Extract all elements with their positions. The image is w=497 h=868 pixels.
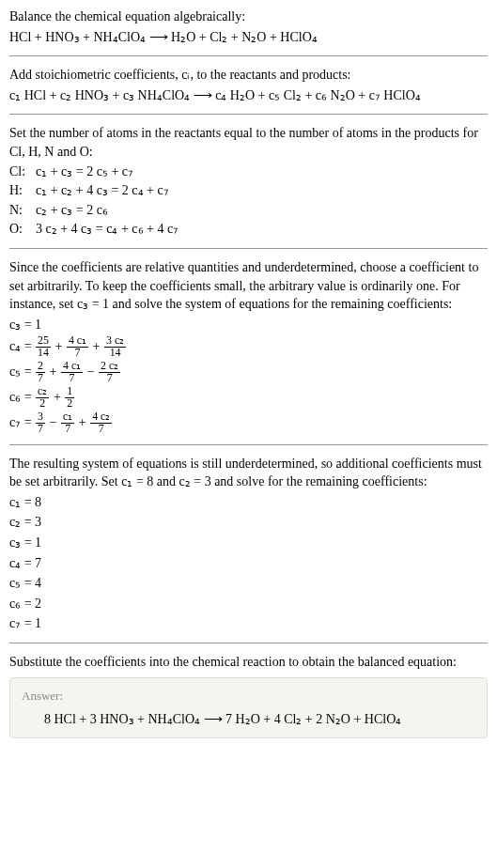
c6-value: c₆ = 2 [9,595,488,613]
c7-lhs: c₇ = [9,414,35,428]
fraction: c₁7 [61,411,74,435]
c5-equation: c₅ = 27 + 4 c₁7 − 2 c₂7 [9,361,488,384]
c5-lhs: c₅ = [9,364,35,379]
answer-label: Answer: [22,688,475,705]
divider [9,643,488,643]
c3-equation: c₃ = 1 [9,316,488,334]
fraction: 3 c₂14 [104,335,126,359]
atom-label: N: [9,201,36,220]
atom-row-cl: Cl: c₁ + c₃ = 2 c₅ + c₇ [9,163,488,181]
atom-row-h: H: c₁ + c₂ + 4 c₃ = 2 c₄ + c₇ [9,181,488,200]
plus: + [75,414,89,428]
atom-label: H: [9,181,36,200]
c4-value: c₄ = 7 [9,554,488,573]
plus: + [52,339,66,353]
c2-value: c₂ = 3 [9,513,488,532]
underdet2-section: The resulting system of equations is sti… [9,455,488,633]
underdet1-text: Since the coefficients are relative quan… [9,258,488,314]
fraction: 2514 [36,335,51,359]
final-section: Substitute the coefficients into the che… [9,653,488,738]
fraction: 4 c₁7 [67,335,88,359]
fraction: 4 c₂7 [90,411,112,435]
fraction: 12 [65,386,74,410]
c7-equation: c₇ = 37 − c₁7 + 4 c₂7 [9,411,488,435]
c6-lhs: c₆ = [9,390,35,404]
underdet1-section: Since the coefficients are relative quan… [9,258,488,435]
stoich-equation: c₁ HCl + c₂ HNO₃ + c₃ NH₄ClO₄ ⟶ c₄ H₂O +… [9,86,488,105]
answer-box: Answer: 8 HCl + 3 HNO₃ + NH₄ClO₄ ⟶ 7 H₂O… [9,677,488,739]
atom-row-n: N: c₂ + c₃ = 2 c₆ [9,201,488,220]
atom-row-o: O: 3 c₂ + 4 c₃ = c₄ + c₆ + 4 c₇ [9,220,488,239]
plus: + [50,390,64,404]
intro-section: Balance the chemical equation algebraica… [9,8,488,46]
fraction: 4 c₁7 [61,361,83,384]
divider [9,55,488,56]
minus: − [84,364,98,379]
c7-value: c₇ = 1 [9,614,488,633]
fraction: 2 c₂7 [99,361,120,384]
underdet2-text: The resulting system of equations is sti… [9,455,488,491]
answer-equation: 8 HCl + 3 HNO₃ + NH₄ClO₄ ⟶ 7 H₂O + 4 Cl₂… [22,710,475,729]
stoich-text: Add stoichiometric coefficients, cᵢ, to … [9,66,488,85]
c4-lhs: c₄ = [9,339,35,353]
divider [9,114,488,115]
c6-equation: c₆ = c₂2 + 12 [9,386,488,410]
atom-equation: c₁ + c₂ + 4 c₃ = 2 c₄ + c₇ [36,181,169,200]
divider [9,248,488,249]
intro-text: Balance the chemical equation algebraica… [9,8,488,26]
atoms-section: Set the number of atoms in the reactants… [9,124,488,239]
final-text: Substitute the coefficients into the che… [9,653,488,672]
fraction: c₂2 [36,386,49,410]
c3-value: c₃ = 1 [9,534,488,552]
atom-label: Cl: [9,163,36,181]
atom-equation: 3 c₂ + 4 c₃ = c₄ + c₆ + 4 c₇ [36,220,179,239]
c5-value: c₅ = 4 [9,574,488,593]
atoms-intro: Set the number of atoms in the reactants… [9,124,488,161]
stoich-section: Add stoichiometric coefficients, cᵢ, to … [9,66,488,104]
fraction: 37 [36,411,45,435]
fraction: 27 [36,361,45,384]
plus: + [46,364,60,379]
minus: − [46,414,60,428]
plus: + [89,339,103,353]
c1-value: c₁ = 8 [9,493,488,512]
c4-equation: c₄ = 2514 + 4 c₁7 + 3 c₂14 [9,335,488,359]
atom-label: O: [9,220,36,239]
divider [9,444,488,445]
atom-equation: c₁ + c₃ = 2 c₅ + c₇ [36,163,133,181]
atom-equation: c₂ + c₃ = 2 c₆ [36,201,108,220]
intro-equation: HCl + HNO₃ + NH₄ClO₄ ⟶ H₂O + Cl₂ + N₂O +… [9,28,488,47]
